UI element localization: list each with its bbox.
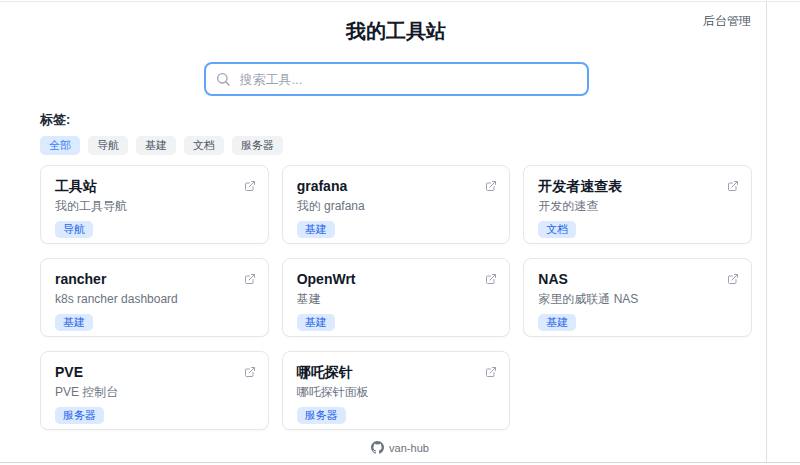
external-link-icon[interactable] — [727, 271, 739, 283]
card-description: k8s rancher dashboard — [55, 293, 254, 306]
external-link-icon[interactable] — [485, 364, 497, 376]
external-link-icon[interactable] — [244, 178, 256, 190]
tool-card[interactable]: grafana 我的 grafana 基建 — [282, 165, 511, 244]
tag-filter-nav[interactable]: 导航 — [88, 136, 128, 155]
card-title: PVE — [55, 364, 254, 380]
card-title: rancher — [55, 271, 254, 287]
card-title: grafana — [297, 178, 496, 194]
footer-link[interactable]: van-hub — [0, 441, 800, 454]
card-description: PVE 控制台 — [55, 386, 254, 399]
tool-cards-grid: 工具站 我的工具导航 导航 grafana 我的 grafana — [40, 165, 752, 430]
card-title: 哪吒探针 — [297, 364, 496, 380]
tags-row: 全部 导航 基建 文档 服务器 — [40, 136, 752, 155]
card-title: 开发者速查表 — [538, 178, 737, 194]
tool-card[interactable]: rancher k8s rancher dashboard 基建 — [40, 258, 269, 337]
external-link-icon[interactable] — [727, 178, 739, 190]
tag-filter-docs[interactable]: 文档 — [184, 136, 224, 155]
card-description: 基建 — [297, 293, 496, 306]
external-link-icon[interactable] — [485, 271, 497, 283]
card-tag-badge: 基建 — [538, 314, 576, 331]
card-tag-badge: 服务器 — [297, 407, 346, 424]
card-description: 开发的速查 — [538, 200, 737, 213]
card-tag-badge: 基建 — [297, 221, 335, 238]
external-link-icon[interactable] — [244, 364, 256, 376]
tag-filter-server[interactable]: 服务器 — [232, 136, 283, 155]
tags-label: 标签: — [40, 111, 752, 129]
tag-filter-all[interactable]: 全部 — [40, 136, 80, 155]
external-link-icon[interactable] — [485, 178, 497, 190]
card-description: 家里的威联通 NAS — [538, 293, 737, 306]
tool-card[interactable]: 哪吒探针 哪吒探针面板 服务器 — [282, 351, 511, 430]
search-bar — [204, 62, 589, 96]
card-description: 哪吒探针面板 — [297, 386, 496, 399]
tool-card[interactable]: PVE PVE 控制台 服务器 — [40, 351, 269, 430]
card-title: 工具站 — [55, 178, 254, 194]
github-icon — [371, 441, 384, 454]
card-tag-badge: 基建 — [297, 314, 335, 331]
card-tag-badge: 文档 — [538, 221, 576, 238]
page-title: 我的工具站 — [40, 18, 752, 45]
card-tag-badge: 基建 — [55, 314, 93, 331]
external-link-icon[interactable] — [244, 271, 256, 283]
tool-card[interactable]: NAS 家里的威联通 NAS 基建 — [523, 258, 752, 337]
tool-card[interactable]: OpenWrt 基建 基建 — [282, 258, 511, 337]
card-tag-badge: 服务器 — [55, 407, 104, 424]
tag-filter-infra[interactable]: 基建 — [136, 136, 176, 155]
tool-card[interactable]: 开发者速查表 开发的速查 文档 — [523, 165, 752, 244]
card-description: 我的 grafana — [297, 200, 496, 213]
page-right-border — [766, 1, 767, 462]
card-description: 我的工具导航 — [55, 200, 254, 213]
page-bottom-border — [0, 462, 800, 463]
search-input[interactable] — [204, 62, 589, 96]
card-tag-badge: 导航 — [55, 221, 93, 238]
footer-label: van-hub — [389, 442, 429, 454]
main-content: 我的工具站 标签: 全部 导航 基建 文档 服务器 工具站 — [40, 0, 752, 430]
card-title: OpenWrt — [297, 271, 496, 287]
card-title: NAS — [538, 271, 737, 287]
tool-card[interactable]: 工具站 我的工具导航 导航 — [40, 165, 269, 244]
